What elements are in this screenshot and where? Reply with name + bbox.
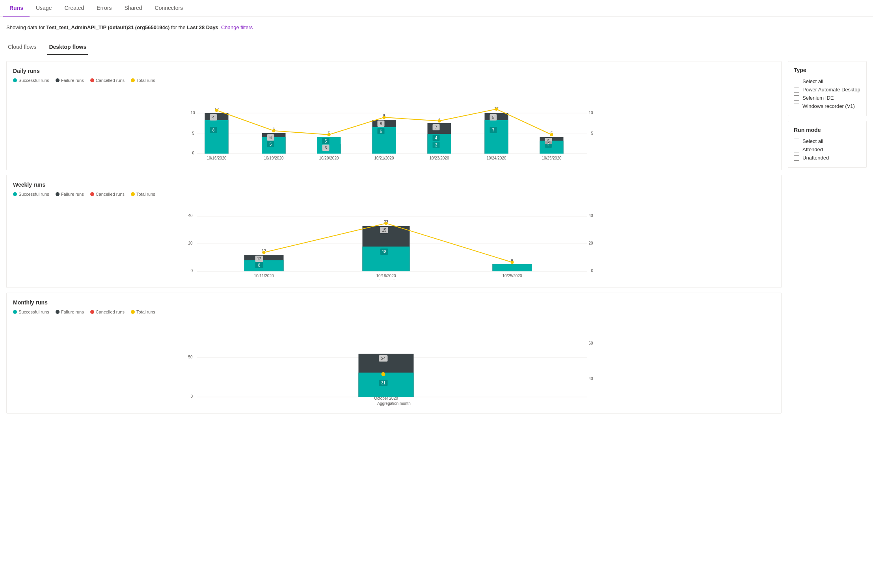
monthly-yr-40: 40 (589, 377, 594, 381)
daily-val-teal-4: 4 (435, 136, 437, 140)
type-filter-title: Type (794, 67, 861, 73)
monthly-legend-failure: Failure runs (56, 310, 84, 314)
daily-dot-1 (272, 129, 275, 132)
daily-yr-10: 10 (589, 111, 594, 115)
weekly-legend-cancelled-dot (90, 192, 94, 196)
change-filters-link[interactable]: Change filters (221, 24, 253, 30)
monthly-val-teal-0: 31 (381, 381, 386, 385)
weekly-legend-total-dot (131, 192, 135, 196)
weekly-val-teal-1: 18 (382, 250, 387, 254)
daily-xlabel-3: 10/21/2020 (374, 156, 394, 160)
legend-failure-label: Failure runs (61, 78, 84, 83)
type-select-all-item[interactable]: Select all (794, 77, 861, 85)
daily-axis-title: Aggregation date (371, 161, 401, 162)
weekly-chart-svg: 0 20 40 0 20 40 1 (13, 201, 775, 280)
monthly-legend-failure-dot (56, 310, 60, 314)
daily-chart-svg: 0 5 10 5 10 4 (13, 87, 775, 162)
daily-val-teal-6: 4 (547, 143, 550, 147)
daily-dot-3 (383, 116, 386, 119)
legend-failure-dot (56, 78, 60, 82)
weekly-axis-title: Aggregation week (378, 279, 410, 280)
tab-errors[interactable]: Errors (90, 0, 118, 17)
monthly-runs-title: Monthly runs (13, 299, 775, 306)
run-mode-option-1-checkbox[interactable] (794, 155, 799, 161)
weekly-val-dark-0: 12 (257, 257, 262, 261)
weekly-val-teal-0: 8 (258, 263, 261, 267)
weekly-bar-teal-2 (493, 264, 532, 271)
monthly-legend: Successful runs Failure runs Cancelled r… (13, 310, 775, 314)
daily-runs-card: Daily runs Successful runs Failure runs … (6, 61, 782, 170)
type-option-1[interactable]: Selenium IDE (794, 94, 861, 102)
monthly-legend-successful: Successful runs (13, 310, 49, 314)
daily-val-teal-5: 7 (492, 128, 495, 132)
weekly-legend-total-label: Total runs (136, 192, 155, 197)
daily-dot-0 (215, 109, 218, 112)
weekly-val-dark-1: 15 (382, 228, 387, 232)
weekly-dot-2 (511, 261, 514, 264)
type-select-all-checkbox[interactable] (794, 79, 799, 84)
monthly-xlabel-0: October 2020 (374, 396, 398, 401)
legend-successful-label: Successful runs (19, 78, 49, 83)
monthly-total-dot (382, 372, 385, 376)
weekly-xlabel-1: 10/18/2020 (376, 274, 396, 278)
run-mode-option-0[interactable]: Attended (794, 145, 861, 154)
weekly-legend-failure-label: Failure runs (61, 192, 84, 197)
weekly-dot-1 (385, 222, 388, 225)
run-mode-select-all-checkbox[interactable] (794, 139, 799, 144)
tab-runs[interactable]: Runs (3, 0, 30, 17)
tab-connectors[interactable]: Connectors (149, 0, 190, 17)
run-mode-option-1[interactable]: Unattended (794, 154, 861, 162)
run-mode-option-0-checkbox[interactable] (794, 147, 799, 152)
daily-xlabel-6: 10/25/2020 (542, 156, 561, 160)
sidebar: Type Select all Power Automate Desktop S… (788, 61, 867, 414)
tab-shared[interactable]: Shared (118, 0, 148, 17)
type-option-0[interactable]: Power Automate Desktop (794, 85, 861, 94)
type-filter-card: Type Select all Power Automate Desktop S… (788, 61, 867, 116)
tab-usage[interactable]: Usage (30, 0, 58, 17)
daily-legend: Successful runs Failure runs Cancelled r… (13, 78, 775, 83)
daily-xlabel-4: 10/23/2020 (429, 156, 449, 160)
daily-y-5: 5 (192, 131, 195, 135)
type-option-2-label: Windows recorder (V1) (802, 103, 855, 109)
legend-successful: Successful runs (13, 78, 49, 83)
daily-dot-6 (550, 133, 553, 136)
weekly-legend-total: Total runs (131, 192, 155, 197)
monthly-legend-total-label: Total runs (136, 310, 155, 314)
daily-xlabel-2: 10/20/2020 (319, 156, 339, 160)
legend-cancelled-dot (90, 78, 94, 82)
monthly-legend-total-dot (131, 310, 135, 314)
daily-dot-5 (495, 108, 498, 111)
daily-runs-title: Daily runs (13, 68, 775, 74)
type-option-2[interactable]: Windows recorder (V1) (794, 102, 861, 110)
weekly-runs-card: Weekly runs Successful runs Failure runs… (6, 175, 782, 288)
weekly-y-0: 0 (191, 269, 193, 273)
run-mode-select-all-item[interactable]: Select all (794, 137, 861, 145)
type-select-all-label: Select all (802, 78, 823, 84)
monthly-legend-cancelled-label: Cancelled runs (96, 310, 125, 314)
weekly-legend-cancelled: Cancelled runs (90, 192, 125, 197)
header-prefix: Showing data for (6, 24, 46, 30)
daily-val-dark-2: 3 (325, 146, 327, 150)
weekly-legend-failure-dot (56, 192, 60, 196)
legend-cancelled: Cancelled runs (90, 78, 125, 83)
weekly-dot-0 (262, 251, 266, 254)
sub-tab-desktop[interactable]: Desktop flows (47, 41, 88, 55)
type-option-2-checkbox[interactable] (794, 104, 799, 109)
sub-tab-cloud[interactable]: Cloud flows (6, 41, 38, 55)
daily-y-10: 10 (191, 111, 195, 115)
charts-column: Daily runs Successful runs Failure runs … (6, 61, 782, 414)
weekly-legend: Successful runs Failure runs Cancelled r… (13, 192, 775, 197)
type-option-1-checkbox[interactable] (794, 95, 799, 101)
legend-total-label: Total runs (136, 78, 155, 83)
type-option-0-checkbox[interactable] (794, 87, 799, 93)
daily-bar-teal-0 (205, 120, 229, 154)
daily-val-dark-0: 4 (212, 115, 215, 120)
tab-created[interactable]: Created (58, 0, 90, 17)
monthly-legend-total: Total runs (131, 310, 155, 314)
daily-y-0: 0 (192, 151, 195, 155)
monthly-chart-area: 0 50 60 40 24 (13, 319, 775, 407)
weekly-xlabel-0: 10/11/2020 (254, 274, 274, 278)
run-mode-select-all-label: Select all (802, 138, 823, 144)
monthly-legend-cancelled-dot (90, 310, 94, 314)
daily-val-teal-0: 8 (212, 128, 215, 132)
